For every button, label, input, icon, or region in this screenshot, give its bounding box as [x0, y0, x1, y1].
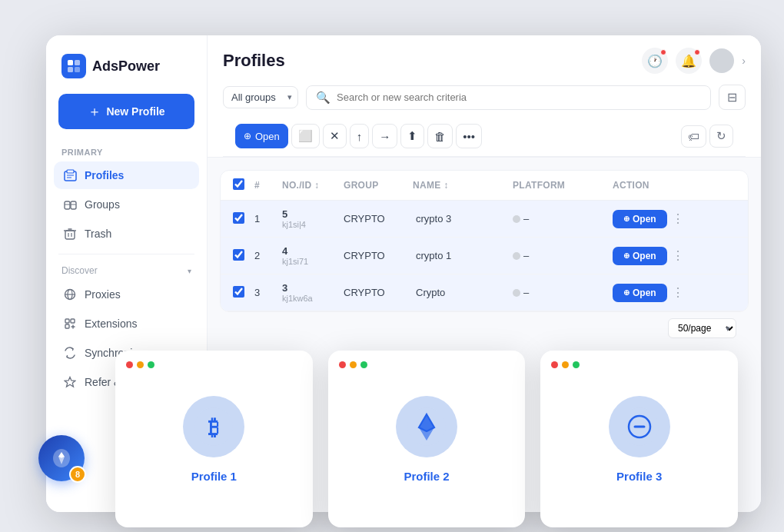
bell-badge [694, 49, 700, 55]
row3-noid: 3 kj1kw6a [282, 282, 344, 303]
row3-open-button[interactable]: ⊕ Open [613, 284, 667, 302]
screen-button[interactable]: ⬜ [291, 124, 320, 148]
share-button[interactable]: ⬆ [400, 124, 424, 148]
svg-rect-20 [65, 319, 69, 323]
yellow-dot-3 [562, 361, 569, 368]
row3-name: Crypto [413, 287, 513, 298]
profiles-label: Profiles [85, 169, 124, 181]
search-input[interactable] [337, 91, 701, 103]
x-icon: ✕ [330, 129, 340, 143]
badge-outer: 8 [38, 435, 85, 481]
row2-checkbox[interactable] [233, 249, 244, 261]
avatar-button[interactable] [709, 48, 734, 73]
row3-open-icon: ⊕ [623, 288, 630, 297]
toolbar-row: All groups 🔍 ⊟ [223, 85, 746, 119]
row2-dots-button[interactable]: ⋮ [672, 248, 684, 263]
row1-dots-button[interactable]: ⋮ [672, 211, 684, 226]
screen-icon: ⬜ [298, 129, 313, 143]
green-dot-2 [360, 361, 367, 368]
sidebar-item-groups[interactable]: Groups [54, 191, 199, 218]
filter-button[interactable]: ⊟ [719, 85, 746, 110]
group-filter-select[interactable]: All groups [223, 86, 298, 108]
row2-action: ⊕ Open ⋮ [613, 247, 682, 265]
delete-button[interactable]: 🗑 [427, 124, 453, 148]
bell-button[interactable]: 🔔 [676, 48, 702, 74]
svg-marker-23 [65, 377, 75, 387]
col-action: Action [613, 180, 682, 191]
svg-rect-1 [75, 60, 80, 65]
new-profile-label: New Profile [106, 105, 164, 118]
tag-icon: 🏷 [688, 130, 699, 143]
svg-rect-3 [75, 67, 80, 72]
download-button[interactable]: → [372, 124, 397, 148]
table-row: 1 5 kj1si|4 CRYPTO crypto 3 – [221, 201, 748, 238]
table-header: # No./ID ↕ Group Name ↕ Platform Action [221, 171, 748, 201]
page-title: Profiles [223, 51, 285, 71]
close-x-button[interactable]: ✕ [323, 124, 347, 148]
col-noid: No./ID ↕ [282, 180, 344, 191]
red-dot [126, 361, 133, 368]
row1-open-button[interactable]: ⊕ Open [613, 210, 667, 228]
refresh-icon: ↻ [716, 129, 726, 142]
primary-section-label: Primary [46, 145, 207, 161]
red-dot-3 [551, 361, 558, 368]
row2-group: CRYPTO [344, 250, 413, 261]
nav-arrow-icon[interactable]: › [742, 55, 746, 67]
profiles-table: # No./ID ↕ Group Name ↕ Platform Action … [220, 170, 749, 312]
proxies-icon [63, 288, 77, 301]
card2-label: Profile 2 [404, 470, 449, 483]
eth-circle [396, 396, 457, 457]
tag-button[interactable]: 🏷 [681, 125, 706, 148]
row2-open-button[interactable]: ⊕ Open [613, 247, 667, 265]
svg-rect-5 [67, 170, 74, 173]
sidebar-item-trash[interactable]: Trash [54, 220, 199, 248]
row1-open-icon: ⊕ [623, 214, 630, 223]
header-actions: 🕐 🔔 › [642, 48, 746, 74]
green-dot [148, 361, 154, 368]
table-row: 3 3 kj1kw6a CRYPTO Crypto – [221, 274, 748, 311]
dash-circle [609, 396, 670, 457]
row1-checkbox[interactable] [233, 212, 244, 224]
sidebar-item-extensions[interactable]: Extensions [54, 310, 199, 337]
row3-checkbox[interactable] [233, 286, 244, 298]
plus-icon: ＋ [88, 102, 101, 121]
sidebar-item-profiles[interactable]: Profiles [54, 161, 199, 189]
upload-button[interactable]: ↑ [350, 124, 370, 148]
svg-rect-12 [65, 231, 75, 239]
more-button[interactable]: ••• [456, 124, 482, 148]
discover-section-label: Discover ▾ [46, 261, 207, 281]
select-all-checkbox[interactable] [233, 178, 244, 190]
more-icon: ••• [463, 130, 475, 143]
groups-icon [63, 198, 77, 211]
open-button[interactable]: ⊕ Open [235, 124, 288, 148]
per-page-select[interactable]: 50/page 100/page [668, 318, 736, 338]
extensions-label: Extensions [85, 318, 137, 330]
filter-icon: ⊟ [727, 90, 737, 105]
upload-icon: ↑ [357, 130, 363, 143]
delete-icon: 🗑 [434, 130, 446, 143]
card3-dots [551, 361, 580, 368]
row1-name: crypto 3 [413, 213, 513, 224]
row2-checkbox-cell [233, 249, 254, 263]
row2-num: 2 [254, 250, 282, 261]
refresh-button[interactable]: ↻ [709, 125, 733, 148]
logo-text: AdsPower [92, 58, 160, 75]
col-checkbox [233, 178, 254, 192]
card1-label: Profile 1 [191, 470, 237, 483]
row3-dots-button[interactable]: ⋮ [672, 285, 684, 300]
svg-rect-22 [65, 324, 69, 328]
clock-button[interactable]: 🕐 [642, 48, 668, 74]
profiles-icon [63, 168, 77, 182]
card2-dots [339, 361, 367, 368]
new-profile-button[interactable]: ＋ New Profile [58, 94, 194, 129]
sidebar-item-proxies[interactable]: Proxies [54, 281, 199, 308]
row1-noid: 5 kj1si|4 [282, 208, 344, 229]
groups-label: Groups [85, 198, 120, 211]
row2-name: crypto 1 [413, 250, 513, 261]
card1-dots [126, 361, 154, 368]
svg-rect-2 [68, 67, 73, 72]
row2-noid: 4 kj1si71 [282, 245, 344, 266]
extensions-icon [63, 317, 77, 331]
floating-badge: 8 [38, 435, 85, 481]
star-icon [63, 375, 77, 389]
